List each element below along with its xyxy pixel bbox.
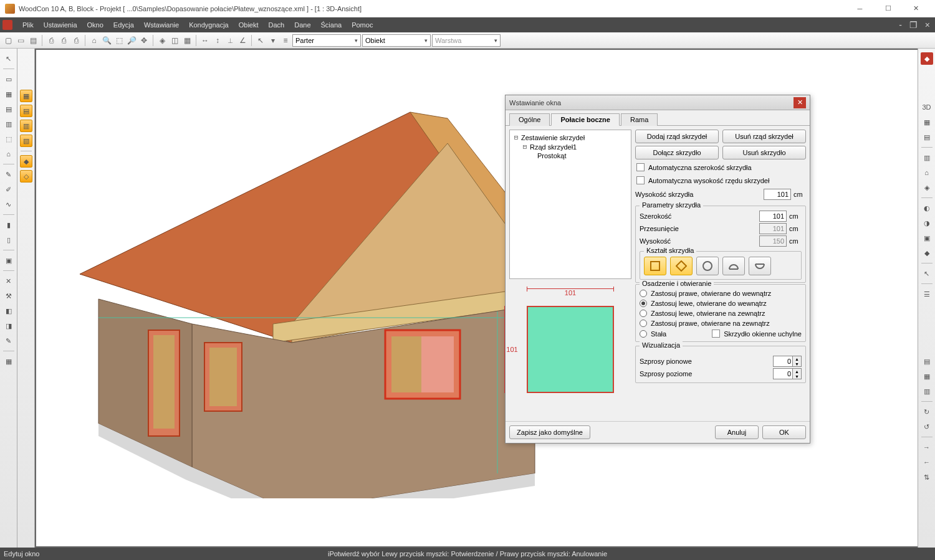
menu-plik[interactable]: Plik bbox=[17, 17, 39, 32]
tb-print-icon[interactable]: ⎙ bbox=[46, 35, 57, 46]
tool-b-icon[interactable]: ▦ bbox=[2, 88, 15, 100]
tilt-checkbox[interactable] bbox=[712, 330, 720, 338]
tool-k-icon[interactable]: ▯ bbox=[2, 234, 15, 246]
tab-rama[interactable]: Rama bbox=[621, 113, 658, 126]
shape-diamond-button[interactable] bbox=[670, 257, 693, 275]
radio-left-in[interactable] bbox=[640, 300, 647, 307]
rtool-l-icon[interactable]: ▤ bbox=[921, 355, 933, 368]
minimize-button[interactable]: ─ bbox=[846, 0, 874, 17]
spin-up-icon[interactable]: ▲ bbox=[793, 369, 801, 374]
tb-view-icon[interactable]: ▦ bbox=[181, 35, 193, 46]
tool-j-icon[interactable]: ▮ bbox=[2, 219, 15, 231]
tb-dim3-icon[interactable]: ⟂ bbox=[224, 35, 236, 46]
save-default-button[interactable]: Zapisz jako domyślne bbox=[509, 425, 590, 439]
dialog-close-button[interactable]: ✕ bbox=[794, 97, 806, 108]
tb-pan-icon[interactable]: ✥ bbox=[138, 35, 150, 46]
menu-sciana[interactable]: Ściana bbox=[316, 17, 347, 32]
sash-tree[interactable]: ⊟Zestawienie skrzydeł ⊟Rząd skrzydeł1 Pr… bbox=[509, 130, 631, 279]
tool-g-icon[interactable]: ✎ bbox=[2, 168, 15, 181]
tab-polacie-boczne[interactable]: Połacie boczne bbox=[551, 113, 619, 126]
menu-pomoc[interactable]: Pomoc bbox=[347, 17, 378, 32]
tb-dim4-icon[interactable]: ∠ bbox=[237, 35, 248, 46]
tb-save-icon[interactable]: ▤ bbox=[27, 35, 39, 46]
menu-kondygnacja[interactable]: Kondygnacja bbox=[184, 17, 234, 32]
add-leaf-button[interactable]: Dołącz skrzydło bbox=[635, 146, 719, 159]
tool-d-icon[interactable]: ▥ bbox=[2, 118, 15, 130]
tb-cursor-icon[interactable]: ↖ bbox=[255, 35, 266, 46]
rtool-r-icon[interactable]: ← bbox=[921, 456, 933, 468]
tool-e-icon[interactable]: ⬚ bbox=[2, 133, 15, 145]
tb-dropdown-icon[interactable]: ▾ bbox=[267, 35, 279, 46]
combo-category[interactable]: Obiekt bbox=[362, 34, 431, 47]
tb-zoomout-icon[interactable]: 🔎 bbox=[126, 35, 137, 46]
tool-i-icon[interactable]: ∿ bbox=[2, 198, 15, 211]
tb-dim-icon[interactable]: ↔ bbox=[199, 35, 211, 46]
mode-a-icon[interactable]: ▦ bbox=[20, 90, 32, 102]
tb-open-icon[interactable]: ▭ bbox=[15, 35, 26, 46]
tb-new-icon[interactable]: ▢ bbox=[2, 35, 14, 46]
rtool-d-icon[interactable]: ⌂ bbox=[921, 166, 933, 179]
rtool-a-icon[interactable]: ▦ bbox=[921, 116, 933, 128]
mode-f-icon[interactable]: ◇ bbox=[20, 170, 32, 183]
shape-arch-button[interactable] bbox=[722, 257, 745, 275]
rtool-f-icon[interactable]: ◐ bbox=[921, 202, 933, 214]
radio-fixed[interactable] bbox=[640, 330, 647, 338]
shape-halfcircle-button[interactable] bbox=[749, 257, 771, 275]
menu-ustawienia[interactable]: Ustawienia bbox=[39, 17, 82, 32]
rtool-h-icon[interactable]: ▣ bbox=[921, 232, 933, 244]
mode-e-icon[interactable]: ◆ bbox=[20, 155, 32, 168]
combo-layer[interactable]: Warstwa bbox=[432, 34, 501, 47]
tb-cube-icon[interactable]: ◫ bbox=[169, 35, 180, 46]
add-row-button[interactable]: Dodaj rząd skrzydeł bbox=[635, 130, 719, 143]
shape-rect-button[interactable] bbox=[644, 257, 666, 275]
muntins-horiz-input[interactable] bbox=[773, 368, 793, 379]
rtool-b-icon[interactable]: ▤ bbox=[921, 131, 933, 143]
radio-right-in[interactable] bbox=[640, 290, 647, 297]
mode-b-icon[interactable]: ▤ bbox=[20, 105, 32, 117]
radio-left-out[interactable] bbox=[640, 310, 647, 317]
rtool-g-icon[interactable]: ◑ bbox=[921, 217, 933, 229]
shape-circle-button[interactable] bbox=[696, 257, 719, 275]
maximize-button[interactable]: ☐ bbox=[874, 0, 902, 17]
sash-height-input[interactable] bbox=[764, 189, 791, 200]
muntins-vert-input[interactable] bbox=[773, 356, 793, 367]
mode-d-icon[interactable]: ▧ bbox=[20, 135, 32, 147]
cancel-button[interactable]: Anuluj bbox=[715, 425, 759, 439]
radio-right-out[interactable] bbox=[640, 320, 647, 327]
combo-floor[interactable]: Parter bbox=[292, 34, 361, 47]
menu-wstawianie[interactable]: Wstawianie bbox=[139, 17, 184, 32]
close-button[interactable]: ✕ bbox=[902, 0, 930, 17]
tool-p-icon[interactable]: ◨ bbox=[2, 320, 15, 332]
tb-zoomin-icon[interactable]: 🔍 bbox=[101, 35, 112, 46]
del-row-button[interactable]: Usuń rząd skrzydeł bbox=[722, 130, 806, 143]
rtool-e-icon[interactable]: ◈ bbox=[921, 181, 933, 194]
rtool-logo-icon[interactable]: ◆ bbox=[921, 52, 933, 65]
mode-c-icon[interactable]: ▥ bbox=[20, 120, 32, 132]
menu-dane[interactable]: Dane bbox=[289, 17, 315, 32]
tool-a-icon[interactable]: ▭ bbox=[2, 73, 15, 85]
rtool-o-icon[interactable]: ↻ bbox=[921, 406, 933, 418]
rtool-n-icon[interactable]: ▥ bbox=[921, 385, 933, 397]
rtool-j-icon[interactable]: ↖ bbox=[921, 267, 933, 280]
rtool-i-icon[interactable]: ◆ bbox=[921, 247, 933, 259]
tool-l-icon[interactable]: ▣ bbox=[2, 254, 15, 267]
tb-zoomfit-icon[interactable]: ⌂ bbox=[89, 35, 100, 46]
tool-f-icon[interactable]: ⌂ bbox=[2, 148, 15, 160]
tool-cursor-icon[interactable]: ↖ bbox=[2, 52, 15, 65]
tool-c-icon[interactable]: ▤ bbox=[2, 103, 15, 115]
tool-m-icon[interactable]: ✕ bbox=[2, 275, 15, 287]
menu-dach[interactable]: Dach bbox=[264, 17, 290, 32]
spin-down-icon[interactable]: ▼ bbox=[793, 361, 801, 366]
tb-dim2-icon[interactable]: ↕ bbox=[212, 35, 223, 46]
tool-n-icon[interactable]: ⚒ bbox=[2, 290, 15, 302]
tab-ogolne[interactable]: Ogólne bbox=[509, 113, 550, 126]
tb-3d-icon[interactable]: ◈ bbox=[156, 35, 168, 46]
spin-down-icon[interactable]: ▼ bbox=[793, 374, 801, 379]
mdi-minimize-icon[interactable]: - bbox=[896, 20, 904, 30]
menu-okno[interactable]: Okno bbox=[82, 17, 108, 32]
tool-o-icon[interactable]: ◧ bbox=[2, 305, 15, 317]
rtool-c-icon[interactable]: ▥ bbox=[921, 151, 933, 164]
tool-r-icon[interactable]: ▦ bbox=[2, 355, 15, 368]
rtool-s-icon[interactable]: ⇅ bbox=[921, 471, 933, 483]
tool-q-icon[interactable]: ✎ bbox=[2, 335, 15, 347]
